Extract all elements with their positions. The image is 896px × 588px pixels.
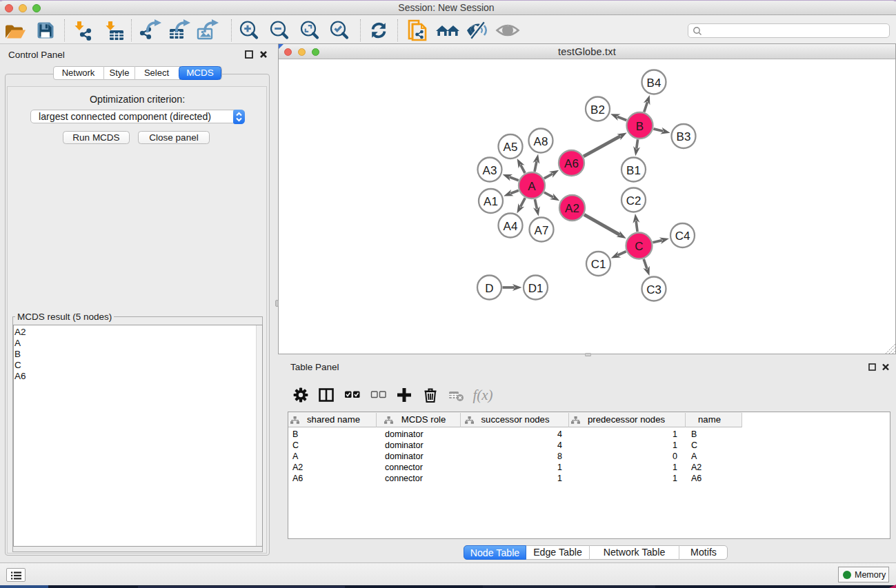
svg-text:A5: A5: [504, 141, 518, 154]
svg-text:A2: A2: [565, 202, 579, 215]
svg-text:C1: C1: [591, 258, 606, 271]
svg-text:C: C: [635, 240, 643, 253]
svg-text:A4: A4: [504, 220, 518, 233]
svg-text:B: B: [636, 120, 644, 133]
svg-text:A6: A6: [564, 157, 579, 170]
svg-text:D1: D1: [528, 282, 544, 295]
svg-text:C2: C2: [626, 194, 641, 207]
svg-text:C3: C3: [646, 283, 661, 296]
svg-text:B2: B2: [590, 103, 605, 116]
svg-text:A3: A3: [483, 164, 497, 177]
svg-text:A8: A8: [534, 135, 548, 148]
svg-text:B1: B1: [626, 164, 641, 177]
svg-text:C4: C4: [675, 230, 690, 243]
svg-text:A7: A7: [535, 224, 549, 237]
svg-text:D: D: [485, 282, 493, 295]
svg-text:A1: A1: [484, 195, 498, 208]
svg-text:f(x): f(x): [472, 387, 492, 403]
svg-text:B3: B3: [677, 130, 691, 143]
svg-text:A: A: [528, 180, 536, 193]
svg-text:B4: B4: [647, 77, 661, 90]
